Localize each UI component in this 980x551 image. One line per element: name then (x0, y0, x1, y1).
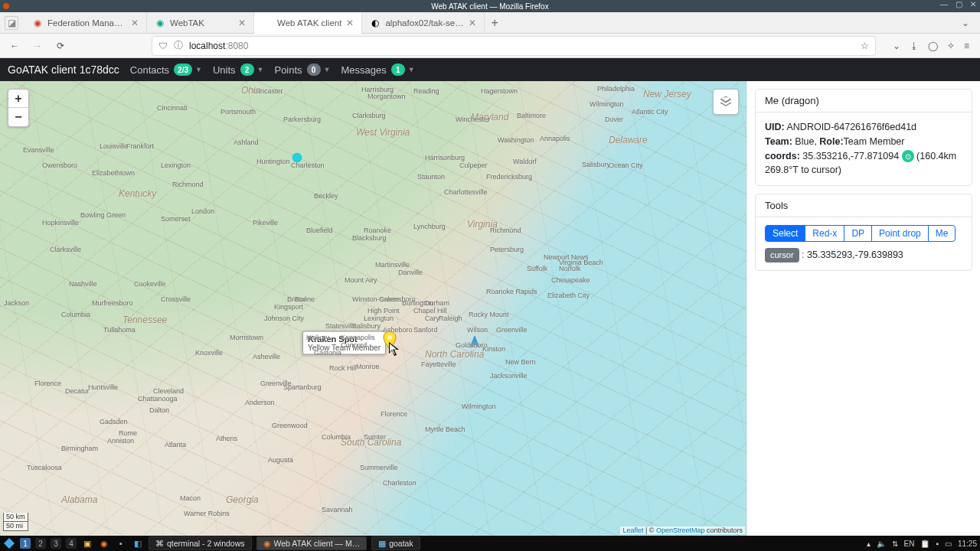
tab-github-takserver[interactable]: ◐ alphafox02/tak-server: T ✕ (362, 12, 485, 34)
task-label: Web ATAK client — M… (274, 539, 361, 548)
nav-contacts[interactable]: Contacts 2/3 ▼ (130, 64, 202, 76)
tool-redx-button[interactable]: Red-x (805, 225, 844, 242)
map-label: Charleston (291, 161, 325, 169)
task-firefox[interactable]: ◉ Web ATAK client — M… (256, 536, 368, 550)
tool-pointdrop-button[interactable]: Point drop (871, 225, 929, 242)
app-menu-icon[interactable] (3, 3, 9, 9)
layers-control[interactable] (713, 89, 739, 115)
back-button[interactable]: ← (6, 37, 23, 54)
panel-icon[interactable]: ◧ (132, 537, 144, 549)
tab-web-atak-client[interactable]: Web ATAK client ✕ (254, 12, 362, 34)
workspace-4[interactable]: 4 (66, 538, 77, 549)
app-launcher-icon[interactable] (3, 537, 15, 549)
close-icon[interactable]: ✕ (238, 18, 246, 28)
window-maximize-button[interactable]: ▢ (953, 0, 965, 8)
tracking-protection-icon[interactable]: 🛡 (158, 41, 168, 51)
save-to-pocket-icon[interactable]: ⌄ (893, 41, 900, 51)
map-label: Durham (425, 299, 449, 307)
map-label: Monroe (356, 363, 380, 370)
tool-dp-button[interactable]: DP (844, 225, 872, 242)
extensions-icon[interactable]: ✧ (947, 41, 955, 51)
nav-messages[interactable]: Messages 1 ▼ (341, 64, 415, 76)
zoom-out-button[interactable]: − (8, 108, 28, 126)
nav-points[interactable]: Points 0 ▼ (274, 64, 330, 76)
new-tab-button[interactable]: + (485, 16, 504, 30)
close-icon[interactable]: ✕ (346, 18, 354, 28)
map-label: Burlington (402, 299, 433, 307)
map-label: Huntsville (88, 383, 118, 391)
map-label: Dalton (149, 406, 169, 414)
map[interactable]: + − Kraken Spot Yellow Team Member (0, 81, 746, 536)
downloads-icon[interactable]: ⭳ (910, 41, 919, 51)
file-manager-icon[interactable]: ▣ (81, 537, 93, 549)
map-label: Kinston (482, 345, 505, 353)
tray-volume-icon[interactable]: 🔈 (877, 540, 886, 548)
map-label: Columbia (61, 311, 90, 318)
team-label: Team: (765, 136, 792, 147)
map-label: Portsmouth (220, 108, 256, 116)
coords-copy-icon[interactable]: ⊙ (902, 150, 914, 162)
all-tabs-button[interactable]: ⌄ (956, 18, 975, 28)
firefox-icon: ◉ (263, 539, 271, 549)
map-label: Frankfort (126, 142, 154, 150)
unit-arrow-marker[interactable] (468, 335, 482, 352)
map-label: Atlantic City (632, 108, 668, 116)
zoom-in-button[interactable]: + (8, 90, 28, 108)
url-bar[interactable]: 🛡 ⓘ localhost:8080 ☆ (152, 36, 876, 56)
layers-icon (719, 95, 733, 109)
window-minimize-button[interactable]: — (938, 0, 950, 8)
bookmark-star-icon[interactable]: ☆ (861, 41, 869, 51)
map-label: Sumter (364, 433, 386, 441)
tools-panel-header: Tools (756, 194, 972, 217)
tab-webtak[interactable]: ◉ WebTAK ✕ (147, 12, 254, 34)
site-identity-icon[interactable]: ⓘ (174, 39, 183, 52)
firefox-view-button[interactable]: ◪ (5, 16, 18, 30)
close-icon[interactable]: ✕ (131, 18, 139, 28)
map-label: Evansville (23, 146, 54, 154)
terminal-shortcut-icon[interactable]: ▪ (115, 537, 127, 549)
map-label: Roanoke (364, 227, 391, 234)
map-label: Ohio (241, 85, 260, 96)
tool-me-button[interactable]: Me (928, 225, 956, 242)
task-goatak[interactable]: ▦ goatak (371, 536, 420, 550)
window-close-button[interactable]: ✕ (968, 0, 978, 8)
osm-link[interactable]: OpenStreetMap (656, 527, 705, 534)
map-label: Clarksville (50, 246, 81, 253)
map-label: Clarksburg (352, 112, 386, 119)
account-icon[interactable]: ◯ (928, 41, 938, 51)
close-icon[interactable]: ✕ (469, 18, 476, 28)
tray-clock[interactable]: 11:25 (958, 540, 977, 548)
tool-select-button[interactable]: Select (765, 225, 805, 242)
leaflet-link[interactable]: Leaflet (622, 527, 643, 534)
forward-button[interactable]: → (29, 37, 46, 54)
app-menu-icon[interactable]: ≡ (964, 41, 969, 51)
map-label: Baltimore (517, 112, 546, 119)
map-label: Kingsport (274, 303, 303, 311)
tray-notification-icon[interactable]: ▪ (936, 540, 939, 548)
tray-battery-icon[interactable]: ▭ (945, 540, 952, 548)
map-label: Hagerstown (481, 87, 518, 95)
nav-units[interactable]: Units 2 ▼ (213, 64, 264, 76)
me-panel: Me (dragon) UID: ANDROID-647261676f6ed41… (755, 89, 972, 186)
uid-value: ANDROID-647261676f6ed41d (787, 122, 917, 132)
task-qterminal[interactable]: ⌘ qterminal - 2 windows (149, 536, 252, 550)
uid-label: UID: (765, 122, 785, 132)
window-titlebar: Web ATAK client — Mozilla Firefox — ▢ ✕ (0, 0, 980, 12)
workspace-3[interactable]: 3 (51, 538, 61, 549)
workspace-2[interactable]: 2 (35, 538, 46, 549)
self-position-marker[interactable] (292, 153, 302, 163)
map-label: Washington (498, 136, 534, 144)
map-label: Bristol (287, 295, 306, 303)
map-label: Wilmington (590, 100, 624, 108)
tray-clipboard-icon[interactable]: 📋 (920, 540, 929, 548)
tray-network-icon[interactable]: ⇅ (892, 540, 898, 548)
map-label: Florence (34, 380, 61, 387)
firefox-icon[interactable]: ◉ (98, 537, 110, 549)
tab-federation-manager[interactable]: ◉ Federation Manager ✕ (24, 12, 147, 34)
coords-value: 35.353216,-77.871094 (802, 151, 899, 161)
map-label: Cary (425, 315, 439, 322)
tray-lang-indicator[interactable]: EN (904, 540, 915, 548)
workspace-1[interactable]: 1 (20, 538, 31, 549)
reload-button[interactable]: ⟳ (52, 37, 69, 54)
tray-caret-icon[interactable]: ▴ (867, 540, 871, 548)
